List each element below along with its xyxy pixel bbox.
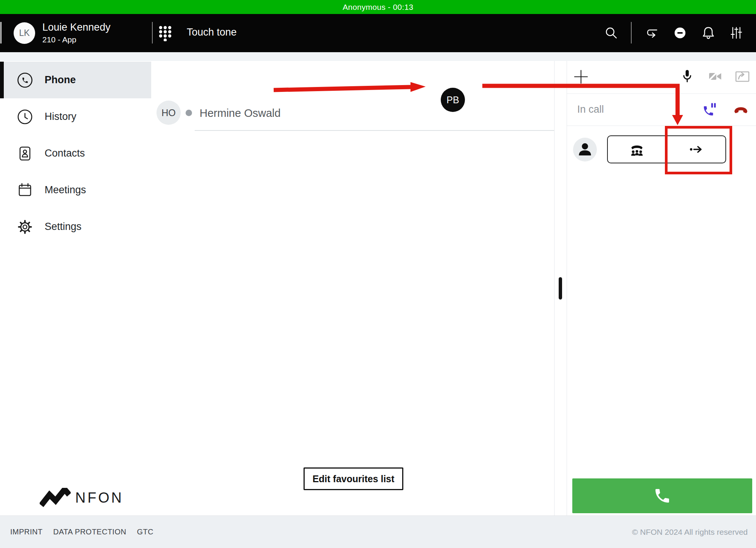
user-initials: LK (19, 28, 29, 38)
camera-off-icon[interactable] (707, 68, 723, 85)
footer: IMPRINT DATA PROTECTION GTC © NFON 2024 … (0, 515, 756, 548)
edit-favourites-button[interactable]: Edit favourites list (304, 467, 403, 490)
call-button[interactable] (572, 478, 752, 513)
history-icon (17, 109, 33, 125)
person-icon (573, 138, 597, 161)
sidebar-item-phone[interactable]: Phone (0, 62, 151, 98)
call-party-avatar (573, 138, 597, 161)
panel-resize-handle[interactable] (559, 277, 562, 300)
favourites-divider (195, 130, 554, 131)
notifications-bell-icon[interactable] (700, 25, 717, 41)
active-call-status-bar[interactable]: Anonymous - 00:13 (0, 0, 756, 14)
conference-icon (628, 141, 646, 158)
user-name: Louie Kennedy (42, 22, 110, 33)
phone-icon (17, 72, 33, 88)
nfon-logo-mark (40, 488, 71, 508)
sidebar-item-label: Contacts (45, 147, 85, 159)
sidebar-item-label: Meetings (45, 184, 86, 196)
sidebar-item-history[interactable]: History (0, 98, 151, 135)
call-status-text: Anonymous - 00:13 (342, 3, 413, 12)
transfer-button[interactable] (666, 136, 726, 163)
audio-settings-icon[interactable] (728, 25, 745, 41)
header-accent-bar (0, 22, 2, 43)
sidebar-item-label: History (45, 111, 76, 123)
user-avatar[interactable]: LK (14, 22, 35, 44)
search-icon[interactable] (603, 25, 620, 41)
dragged-contact-initials: PB (446, 95, 459, 106)
contacts-icon (17, 145, 33, 162)
meetings-icon (17, 182, 33, 199)
footer-link-imprint[interactable]: IMPRINT (10, 528, 43, 536)
call-panel-row-divider (567, 93, 756, 94)
transfer-icon (688, 141, 705, 158)
screen-share-icon[interactable] (734, 68, 751, 85)
sidebar-item-settings[interactable]: Settings (0, 208, 151, 245)
call-panel-row-divider (567, 126, 756, 126)
call-panel-divider (567, 61, 567, 515)
add-call-icon[interactable] (573, 68, 589, 85)
favourite-contact-initials: HO (161, 107, 176, 118)
microphone-icon[interactable] (679, 68, 696, 85)
sidebar-item-label: Phone (45, 74, 76, 86)
call-action-group (607, 135, 726, 163)
favourite-contact-avatar[interactable]: HO (156, 101, 181, 125)
dialpad-icon[interactable] (157, 25, 174, 41)
do-not-disturb-icon[interactable] (672, 25, 688, 41)
dragged-contact-avatar[interactable]: PB (441, 88, 465, 112)
footer-link-data-protection[interactable]: DATA PROTECTION (53, 528, 126, 536)
sidebar-item-contacts[interactable]: Contacts (0, 135, 151, 172)
call-redirect-icon[interactable] (643, 25, 660, 41)
sidebar-item-meetings[interactable]: Meetings (0, 172, 151, 208)
header-divider (631, 22, 632, 43)
header-divider (152, 22, 153, 43)
feature-title: Touch tone (187, 26, 237, 38)
footer-link-gtc[interactable]: GTC (137, 528, 153, 536)
conference-button[interactable] (608, 136, 666, 163)
call-icon (653, 487, 671, 505)
nfon-logo: NFON (40, 488, 124, 508)
main-panel-divider (554, 61, 555, 515)
favourite-contact-name[interactable]: Hermine Oswald (200, 107, 280, 120)
user-extension: 210 - App (42, 35, 76, 44)
nfon-logo-text: NFON (75, 490, 124, 506)
presence-indicator (186, 110, 192, 116)
call-status-label: In call (577, 104, 604, 115)
hang-up-icon[interactable] (733, 101, 749, 118)
copyright-text: © NFON 2024 All rights reserved (632, 528, 748, 537)
sidebar-item-label: Settings (45, 221, 82, 233)
settings-gear-icon (17, 219, 33, 235)
app-header: LK Louie Kennedy 210 - App Touch tone (0, 14, 756, 52)
app-window: Anonymous - 00:13 LK Louie Kennedy 210 -… (0, 0, 756, 548)
hold-call-icon[interactable] (701, 101, 718, 118)
